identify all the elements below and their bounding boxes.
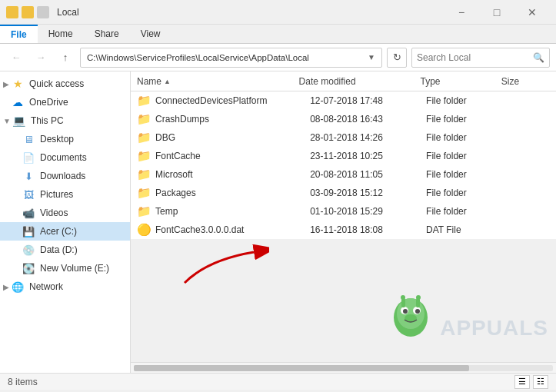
svg-point-2 — [397, 298, 424, 329]
table-row[interactable]: 🟡 FontCache3.0.0.0.dat 16-11-2018 18:08 … — [131, 221, 556, 239]
sidebar-item-acer-c[interactable]: 💾 Acer (C:) — [0, 222, 130, 241]
sidebar-item-network[interactable]: ▶ 🌐 Network — [0, 277, 130, 296]
table-row[interactable]: 📁 Packages 03-09-2018 15:12 File folder — [131, 184, 556, 202]
name-sort-icon: ▲ — [164, 78, 171, 85]
detail-view-button[interactable]: ☷ — [533, 375, 548, 389]
window-icon-1 — [6, 6, 18, 18]
search-input[interactable] — [417, 52, 533, 63]
expand-icon-3: ▼ — [3, 117, 11, 125]
sidebar-item-onedrive[interactable]: ▶ ☁ OneDrive — [0, 93, 130, 111]
watermark-text: APPUALS — [440, 316, 548, 341]
tab-home[interactable]: Home — [38, 25, 84, 43]
sidebar-item-new-volume[interactable]: 💽 New Volume (E:) — [0, 259, 130, 277]
sidebar-label-this-pc: This PC — [31, 115, 64, 126]
red-arrow-svg — [177, 244, 269, 291]
search-box[interactable]: 🔍 — [411, 48, 550, 68]
desktop-icon: 🖥 — [22, 132, 35, 146]
forward-button[interactable]: → — [31, 48, 51, 68]
sidebar-item-data-d[interactable]: 💿 Data (D:) — [0, 241, 130, 259]
sidebar-item-videos[interactable]: 📹 Videos — [0, 204, 130, 222]
file-name: FontCache3.0.0.0.dat — [155, 224, 310, 235]
folder-icon: 📁 — [137, 112, 151, 126]
sidebar-label-pictures: Pictures — [40, 189, 73, 200]
sidebar-item-quick-access[interactable]: ▶ ★ Quick access — [0, 75, 130, 93]
svg-point-10 — [401, 295, 405, 300]
col-header-size[interactable]: Size — [501, 76, 550, 87]
file-type: File folder — [426, 151, 504, 161]
tab-file[interactable]: File — [0, 25, 38, 43]
new-volume-icon: 💽 — [22, 261, 35, 275]
tab-view[interactable]: View — [130, 25, 171, 43]
file-type: File folder — [426, 132, 504, 143]
window-icon-3 — [37, 6, 49, 18]
file-name: Packages — [155, 188, 310, 198]
sidebar-label-desktop: Desktop — [40, 134, 74, 145]
file-type: File folder — [426, 114, 504, 125]
refresh-button[interactable]: ↻ — [387, 48, 407, 68]
tab-share[interactable]: Share — [84, 25, 130, 43]
svg-point-5 — [403, 309, 408, 314]
col-header-name[interactable]: Name ▲ — [137, 76, 299, 87]
file-name: Microsoft — [155, 169, 310, 180]
network-icon: 🌐 — [11, 280, 25, 294]
status-bar: 8 items ☰ ☷ — [0, 373, 556, 390]
search-icon: 🔍 — [533, 52, 544, 63]
sidebar-label-onedrive: OneDrive — [29, 97, 68, 108]
back-button[interactable]: ← — [6, 48, 26, 68]
file-date: 01-10-2018 15:29 — [310, 206, 426, 217]
up-button[interactable]: ↑ — [55, 48, 75, 68]
table-row[interactable]: 📁 FontCache 23-11-2018 10:25 File folder — [131, 147, 556, 165]
file-date: 20-08-2018 11:05 — [310, 169, 426, 180]
ribbon: File Home Share View — [0, 25, 556, 44]
file-date: 16-11-2018 18:08 — [310, 224, 426, 235]
videos-icon: 📹 — [22, 206, 35, 220]
file-date: 28-01-2018 14:26 — [310, 132, 426, 143]
table-row[interactable]: 📁 Temp 01-10-2018 15:29 File folder — [131, 202, 556, 221]
documents-icon: 📄 — [22, 151, 35, 164]
data-d-icon: 💿 — [22, 243, 35, 257]
folder-icon: 📁 — [137, 149, 151, 163]
minimize-button[interactable]: − — [444, 0, 479, 25]
file-name: Temp — [155, 206, 310, 217]
address-dropdown-icon[interactable]: ▼ — [368, 53, 375, 61]
col-header-date[interactable]: Date modified — [299, 76, 421, 87]
address-text: C:\Windows\ServiceProfiles\LocalService\… — [87, 53, 365, 62]
file-name: DBG — [155, 132, 310, 143]
main-layout: ▶ ★ Quick access ▶ ☁ OneDrive ▼ 💻 This P… — [0, 71, 556, 373]
table-row[interactable]: 📁 CrashDumps 08-08-2018 16:43 File folde… — [131, 110, 556, 128]
window-controls: − □ ✕ — [444, 0, 550, 25]
table-row[interactable]: 📁 ConnectedDevicesPlatform 12-07-2018 17… — [131, 91, 556, 110]
file-name: ConnectedDevicesPlatform — [155, 95, 310, 106]
sidebar-item-this-pc[interactable]: ▼ 💻 This PC — [0, 111, 130, 130]
folder-icon: 📁 — [137, 204, 151, 218]
sidebar-label-data-d: Data (D:) — [40, 244, 78, 255]
file-header: Name ▲ Date modified Type Size — [131, 71, 556, 91]
expand-icon: ▶ — [3, 80, 9, 88]
address-bar[interactable]: C:\Windows\ServiceProfiles\LocalService\… — [80, 48, 382, 68]
maximize-button[interactable]: □ — [479, 0, 514, 25]
table-row[interactable]: 📁 Microsoft 20-08-2018 11:05 File folder — [131, 165, 556, 184]
quick-access-icon: ★ — [11, 77, 25, 91]
sidebar-item-downloads[interactable]: ⬇ Downloads — [0, 167, 130, 185]
sidebar-label-quick-access: Quick access — [29, 78, 84, 89]
folder-icon: 📁 — [137, 168, 151, 181]
horizontal-scrollbar[interactable] — [131, 362, 556, 373]
arrow-overlay — [177, 244, 269, 293]
acer-c-icon: 💾 — [22, 224, 35, 238]
sidebar-item-pictures[interactable]: 🖼 Pictures — [0, 185, 130, 204]
file-type: File folder — [426, 169, 504, 180]
folder-icon: 📁 — [137, 186, 151, 200]
list-view-button[interactable]: ☰ — [514, 375, 530, 389]
col-header-type[interactable]: Type — [421, 76, 501, 87]
sidebar-label-videos: Videos — [40, 208, 68, 218]
close-button[interactable]: ✕ — [514, 0, 550, 25]
sidebar-item-desktop[interactable]: 🖥 Desktop — [0, 130, 130, 148]
window-title: Local — [57, 7, 79, 18]
svg-point-6 — [415, 309, 420, 314]
file-date: 23-11-2018 10:25 — [310, 151, 426, 161]
file-area: Name ▲ Date modified Type Size 📁 Connect… — [131, 71, 556, 373]
navigation-bar: ← → ↑ C:\Windows\ServiceProfiles\LocalSe… — [0, 44, 556, 71]
table-row[interactable]: 📁 DBG 28-01-2018 14:26 File folder — [131, 128, 556, 147]
sidebar-item-documents[interactable]: 📄 Documents — [0, 148, 130, 167]
file-date: 03-09-2018 15:12 — [310, 188, 426, 198]
